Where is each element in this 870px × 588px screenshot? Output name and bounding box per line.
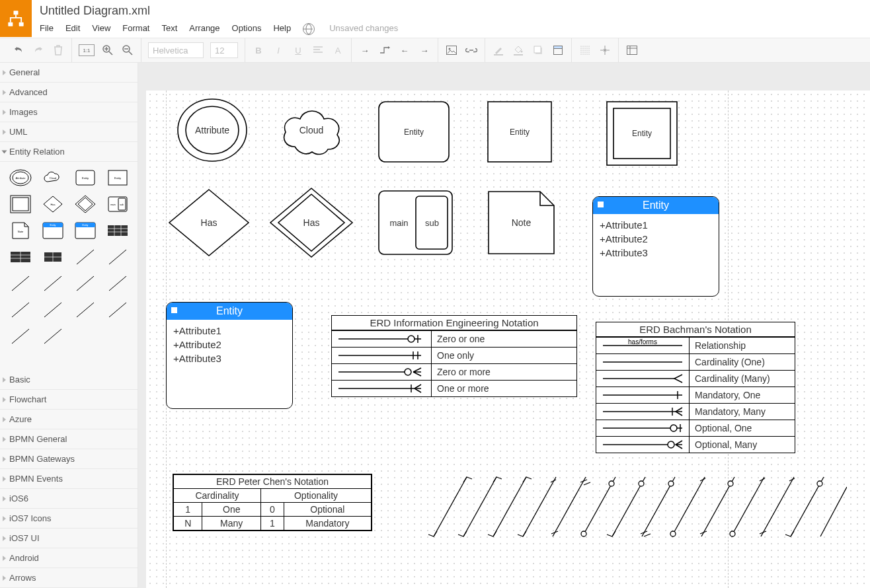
menu-file[interactable]: File bbox=[40, 23, 54, 35]
menu-options[interactable]: Options bbox=[232, 23, 262, 35]
grid-icon[interactable] bbox=[578, 44, 592, 57]
palette-line-2[interactable] bbox=[102, 245, 132, 269]
palette-note[interactable]: Note bbox=[5, 219, 35, 242]
align-icon[interactable] bbox=[311, 44, 325, 57]
redo-icon[interactable] bbox=[32, 44, 45, 57]
underline-icon[interactable]: U bbox=[292, 44, 305, 57]
sidebar-section-android[interactable]: Android bbox=[0, 548, 138, 568]
undo-icon[interactable] bbox=[12, 44, 25, 57]
guides-icon[interactable] bbox=[598, 44, 612, 57]
arrow-right2-icon[interactable]: → bbox=[418, 44, 431, 57]
sidebar-section-bpmn-events[interactable]: BPMN Events bbox=[0, 469, 138, 489]
language-icon[interactable] bbox=[303, 23, 315, 35]
delete-icon[interactable] bbox=[52, 44, 65, 57]
chen-notation-table[interactable]: ERD Peter Chen's Notation CardinalityOpt… bbox=[173, 474, 372, 531]
palette-table-small[interactable] bbox=[38, 245, 67, 269]
line-color-icon[interactable] bbox=[492, 44, 505, 57]
layout-icon[interactable] bbox=[625, 44, 639, 57]
palette-line-9[interactable] bbox=[70, 298, 100, 322]
bachman-notation-table[interactable]: ERD Bachman's Notation has/formsRelation… bbox=[596, 322, 795, 453]
sidebar-section-ios6[interactable]: iOS6 bbox=[0, 489, 138, 509]
zoom-in-icon[interactable] bbox=[101, 44, 114, 57]
palette-line-12[interactable] bbox=[38, 324, 67, 348]
sidebar-section-azure[interactable]: Azure bbox=[0, 410, 138, 429]
palette-line-10[interactable] bbox=[102, 298, 132, 322]
palette-entity-blue[interactable]: Entity bbox=[38, 219, 67, 242]
sidebar-section-general[interactable]: General bbox=[0, 63, 138, 83]
font-size-input[interactable]: 12 bbox=[210, 42, 238, 58]
palette-has-diamond[interactable]: Has bbox=[38, 192, 67, 216]
shape-has-diamond[interactable]: Has bbox=[166, 186, 252, 259]
palette-entity-blue2[interactable]: Entity bbox=[70, 219, 100, 242]
shape-entity-rounded[interactable]: Entity bbox=[377, 100, 450, 163]
sidebar-section-basic[interactable]: Basic bbox=[0, 370, 138, 390]
sidebar-section-bpmn-gateways[interactable]: BPMN Gateways bbox=[0, 449, 138, 469]
edit-style-icon[interactable] bbox=[551, 44, 565, 57]
palette-attribute[interactable]: Attribute bbox=[5, 166, 35, 190]
sidebar-section-flowchart[interactable]: Flowchart bbox=[0, 390, 138, 410]
actual-size-icon[interactable]: 1:1 bbox=[79, 44, 95, 56]
palette-entity-double[interactable] bbox=[5, 192, 35, 216]
palette-main-sub[interactable]: mainsub bbox=[102, 192, 132, 216]
ie-notation-table[interactable]: ERD Information Engineering Notation Zer… bbox=[331, 315, 577, 397]
palette-table-dark[interactable] bbox=[102, 219, 132, 242]
link-icon[interactable] bbox=[465, 44, 478, 57]
menu-edit[interactable]: Edit bbox=[65, 23, 80, 35]
menu-text[interactable]: Text bbox=[161, 23, 177, 35]
menu-arrange[interactable]: Arrange bbox=[189, 23, 219, 35]
fill-color-icon[interactable] bbox=[512, 44, 525, 57]
shape-attribute[interactable]: Attribute bbox=[176, 97, 249, 163]
palette-line-4[interactable] bbox=[38, 272, 67, 295]
palette-line-5[interactable] bbox=[70, 272, 100, 295]
svg-line-93 bbox=[761, 477, 794, 536]
arrow-right-icon[interactable]: → bbox=[358, 44, 372, 57]
font-family-input[interactable]: Helvetica bbox=[148, 42, 204, 58]
menu-format[interactable]: Format bbox=[122, 23, 149, 35]
canvas-area[interactable]: Attribute Cloud Entity Entity Entity bbox=[138, 63, 870, 588]
palette-line-1[interactable] bbox=[70, 245, 100, 269]
shape-entity-rect[interactable]: Entity bbox=[487, 100, 553, 163]
shape-entity-table-2[interactable]: Entity +Attribute1 +Attribute2 +Attribut… bbox=[166, 302, 293, 409]
shape-note[interactable]: Note bbox=[487, 190, 556, 256]
svg-line-75 bbox=[493, 477, 526, 536]
sidebar-section-ios7-icons[interactable]: iOS7 Icons bbox=[0, 509, 138, 529]
palette-line-11[interactable] bbox=[5, 324, 35, 348]
palette-line-8[interactable] bbox=[38, 298, 67, 322]
document-title[interactable]: Untitled Diagram.xml bbox=[40, 0, 870, 18]
shape-entity-table-1[interactable]: Entity +Attribute1 +Attribute2 +Attribut… bbox=[592, 196, 719, 297]
svg-line-97 bbox=[820, 487, 847, 536]
shape-cloud[interactable]: Cloud bbox=[275, 100, 348, 160]
app-logo[interactable] bbox=[0, 0, 32, 37]
italic-icon[interactable]: I bbox=[272, 44, 285, 57]
palette-line-6[interactable] bbox=[102, 272, 132, 295]
svg-rect-11 bbox=[534, 46, 541, 53]
arrow-left-icon[interactable]: ← bbox=[398, 44, 411, 57]
shape-entity-double[interactable]: Entity bbox=[606, 100, 678, 166]
zoom-out-icon[interactable] bbox=[121, 44, 134, 57]
waypoint-icon[interactable] bbox=[378, 44, 391, 57]
palette-table-dark2[interactable] bbox=[5, 245, 35, 269]
image-icon[interactable] bbox=[445, 44, 458, 57]
sidebar-section-ios7-ui[interactable]: iOS7 UI bbox=[0, 529, 138, 548]
sidebar-section-entity-relation[interactable]: Entity Relation bbox=[0, 142, 138, 162]
shape-has-double-diamond[interactable]: Has bbox=[268, 186, 354, 259]
palette-cloud[interactable]: Cloud bbox=[38, 166, 67, 190]
sidebar-section-arrows[interactable]: Arrows bbox=[0, 568, 138, 588]
palette-entity-rect[interactable]: Entity bbox=[102, 166, 132, 190]
font-color-icon[interactable]: A bbox=[331, 44, 344, 57]
shadow-icon[interactable] bbox=[532, 44, 545, 57]
svg-point-57 bbox=[405, 369, 411, 375]
connector-samples[interactable] bbox=[424, 470, 847, 550]
menu-help[interactable]: Help bbox=[273, 23, 291, 35]
sidebar-section-uml[interactable]: UML bbox=[0, 122, 138, 142]
shape-main-sub[interactable]: main sub bbox=[377, 190, 454, 256]
sidebar-section-images[interactable]: Images bbox=[0, 102, 138, 122]
sidebar-section-advanced[interactable]: Advanced bbox=[0, 83, 138, 102]
sidebar-section-bpmn-general[interactable]: BPMN General bbox=[0, 429, 138, 449]
palette-line-7[interactable] bbox=[5, 298, 35, 322]
palette-entity-rounded[interactable]: Entity bbox=[70, 166, 100, 190]
palette-line-3[interactable] bbox=[5, 272, 35, 295]
menu-view[interactable]: View bbox=[92, 23, 110, 35]
bold-icon[interactable]: B bbox=[252, 44, 265, 57]
palette-has-double-diamond[interactable] bbox=[70, 192, 100, 216]
